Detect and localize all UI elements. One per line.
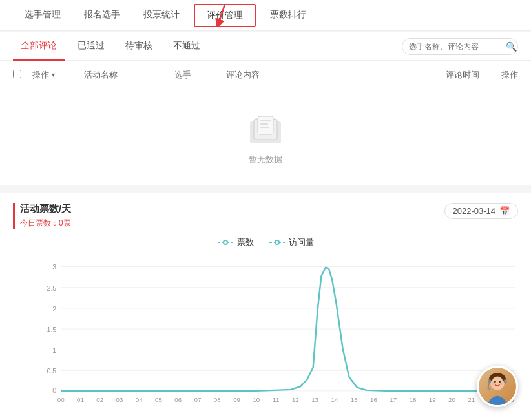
col-time-header: 评论时间 (402, 69, 479, 81)
svg-text:16: 16 (370, 396, 377, 403)
svg-rect-59 (488, 388, 491, 390)
svg-text:00: 00 (57, 396, 65, 403)
svg-text:0.5: 0.5 (47, 367, 56, 375)
nav-item-vote-rank[interactable]: 票数排行 (258, 0, 318, 31)
chart-area: 3 2.5 2 1.5 1 0.5 0 (13, 258, 518, 420)
col-activity-header: 活动名称 (84, 69, 174, 81)
svg-point-9 (224, 240, 227, 244)
svg-rect-5 (260, 120, 271, 121)
chart-subtitle: 今日票数：0票 (20, 218, 71, 229)
svg-text:1: 1 (52, 346, 56, 354)
legend-visits: 访问量 (269, 236, 314, 248)
search-icon: 🔍 (506, 41, 517, 52)
chart-section: 活动票数/天 今日票数：0票 2022-03-14 📅 票数 (0, 193, 531, 420)
sub-nav-rejected[interactable]: 不通过 (165, 32, 208, 61)
svg-point-11 (275, 240, 279, 244)
search-box[interactable]: 🔍 (402, 38, 518, 55)
table-header: 操作 ▾ 活动名称 选手 评论内容 评论时间 操作 (0, 61, 531, 89)
svg-text:15: 15 (351, 396, 358, 403)
svg-text:0: 0 (52, 386, 56, 394)
svg-point-56 (500, 383, 503, 385)
top-nav: 选手管理 报名选手 投票统计 评价管理 票数排行 (0, 0, 531, 31)
sub-nav-approved[interactable]: 已通过 (70, 32, 112, 61)
svg-text:1.5: 1.5 (47, 326, 56, 333)
page-container: 选手管理 报名选手 投票统计 评价管理 票数排行 (0, 0, 531, 420)
empty-state: 暂无数据 (0, 89, 531, 185)
svg-text:10: 10 (253, 396, 260, 403)
svg-text:03: 03 (116, 396, 123, 403)
svg-point-52 (492, 377, 503, 390)
svg-text:2: 2 (52, 305, 56, 313)
col-contestant-header: 选手 (174, 69, 226, 81)
svg-text:13: 13 (311, 396, 318, 403)
svg-text:11: 11 (273, 396, 280, 403)
svg-point-54 (499, 381, 501, 383)
svg-rect-58 (504, 379, 507, 383)
svg-text:12: 12 (292, 396, 299, 403)
svg-text:04: 04 (136, 396, 143, 403)
search-input[interactable] (409, 42, 506, 51)
svg-text:19: 19 (429, 396, 436, 403)
svg-rect-6 (260, 123, 268, 125)
svg-text:09: 09 (233, 396, 240, 403)
col-comment-header: 评论内容 (226, 69, 402, 81)
svg-text:17: 17 (390, 396, 397, 403)
col-action-header: 操作 ▾ (32, 69, 84, 81)
avatar-image (479, 368, 516, 405)
date-value: 2022-03-14 (453, 206, 496, 216)
svg-text:3: 3 (52, 263, 56, 271)
sub-nav: 全部评论 已通过 待审核 不通过 🔍 (0, 32, 531, 61)
svg-text:2.5: 2.5 (47, 284, 56, 292)
svg-rect-7 (260, 127, 269, 128)
empty-icon (245, 115, 286, 147)
svg-text:20: 20 (448, 396, 455, 403)
nav-item-signup[interactable]: 报名选手 (72, 0, 132, 31)
chart-title-box: 活动票数/天 今日票数：0票 (13, 203, 71, 229)
chart-legend: 票数 访问量 (13, 236, 518, 248)
svg-text:14: 14 (331, 396, 338, 403)
svg-text:18: 18 (410, 396, 417, 403)
svg-point-53 (494, 381, 496, 383)
chevron-down-icon: ▾ (52, 71, 55, 78)
chart-header: 活动票数/天 今日票数：0票 2022-03-14 📅 (13, 203, 518, 229)
svg-rect-4 (258, 116, 273, 134)
nav-item-contestant-mgmt[interactable]: 选手管理 (13, 0, 72, 31)
empty-text: 暂无数据 (249, 154, 282, 165)
nav-item-vote-stats[interactable]: 投票统计 (132, 0, 191, 31)
svg-text:06: 06 (174, 396, 182, 403)
support-avatar[interactable] (477, 366, 518, 407)
svg-text:08: 08 (214, 396, 221, 403)
svg-text:01: 01 (77, 396, 84, 403)
select-all-checkbox[interactable] (13, 70, 26, 80)
svg-text:05: 05 (155, 396, 162, 403)
col-op-header: 操作 (479, 69, 518, 81)
legend-votes: 票数 (218, 236, 254, 248)
calendar-icon: 📅 (499, 206, 510, 216)
chart-svg: 3 2.5 2 1.5 1 0.5 0 (39, 258, 518, 407)
sub-nav-all[interactable]: 全部评论 (13, 32, 65, 61)
sub-nav-pending[interactable]: 待审核 (118, 32, 160, 61)
chart-title: 活动票数/天 (20, 203, 71, 215)
date-picker[interactable]: 2022-03-14 📅 (444, 203, 519, 219)
svg-text:07: 07 (194, 396, 202, 403)
svg-text:02: 02 (96, 396, 103, 403)
svg-point-55 (492, 383, 495, 385)
nav-item-review-mgmt[interactable]: 评价管理 (194, 4, 256, 27)
svg-text:21: 21 (468, 396, 475, 403)
